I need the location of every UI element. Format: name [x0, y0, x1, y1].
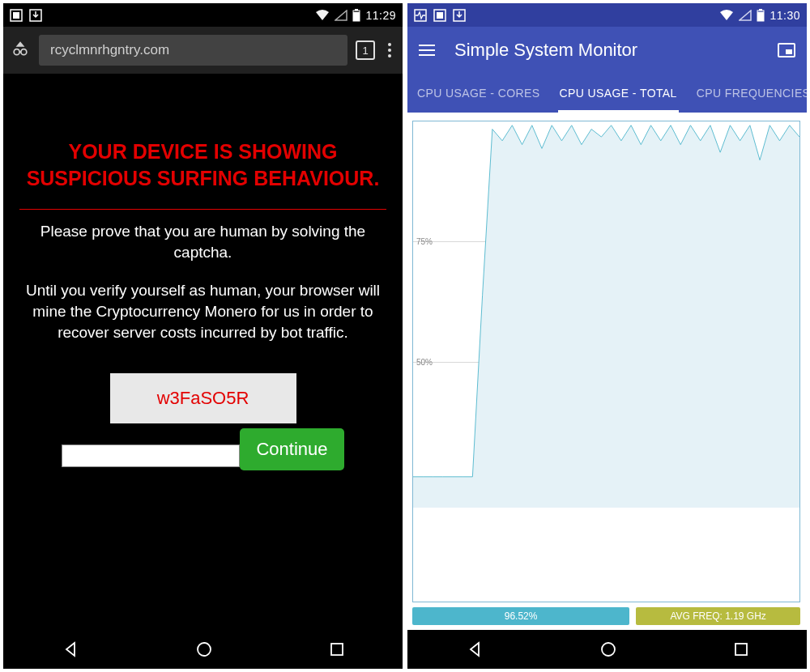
mining-notice: Until you verify yourself as human, your… [19, 280, 386, 342]
chart-container: 75% 50% 25% 96.52% AVG FREQ: 1.19 GHz [407, 113, 807, 630]
phone-right-monitor: 11:30 Simple System Monitor CPU USAGE - … [407, 3, 807, 669]
tabs-row: CPU USAGE - CORES CPU USAGE - TOTAL CPU … [407, 74, 807, 113]
clock: 11:29 [365, 9, 396, 22]
browser-toolbar: rcyclmnrhgntry.com 1 [3, 27, 403, 74]
captcha-image: w3FaSO5R [110, 373, 296, 423]
page-content: YOUR DEVICE IS SHOWING SUSPICIOUS SURFIN… [3, 74, 403, 630]
cpu-chart: 75% 50% 25% [412, 121, 800, 602]
captcha-prompt: Please prove that you are human by solvi… [19, 221, 386, 262]
svg-rect-9 [331, 644, 343, 655]
download-icon [453, 9, 466, 22]
status-bar: 11:29 [3, 3, 403, 27]
svg-rect-15 [759, 9, 762, 11]
wifi-icon [719, 10, 734, 21]
android-nav-bar [407, 630, 807, 669]
svg-rect-18 [735, 644, 747, 655]
svg-rect-1 [13, 12, 19, 19]
tab-cpu-total[interactable]: CPU USAGE - TOTAL [550, 74, 687, 113]
incognito-icon [10, 40, 31, 61]
nav-home-icon[interactable] [599, 640, 617, 658]
cpu-usage-value: 96.52% [412, 607, 629, 625]
status-icon-box [433, 9, 446, 22]
warning-heading: YOUR DEVICE IS SHOWING SUSPICIOUS SURFIN… [19, 138, 386, 191]
tab-cpu-freq[interactable]: CPU FREQUENCIES [687, 74, 807, 113]
svg-point-17 [602, 643, 615, 656]
url-text: rcyclmnrhgntry.com [50, 42, 169, 58]
pulse-icon [414, 9, 427, 22]
nav-back-icon[interactable] [466, 640, 484, 658]
avg-freq-value: AVG FREQ: 1.19 GHz [636, 607, 800, 625]
wifi-icon [315, 10, 330, 21]
cell-signal-icon [335, 10, 347, 21]
menu-icon[interactable] [419, 45, 435, 56]
nav-recents-icon[interactable] [733, 641, 749, 657]
svg-point-8 [198, 643, 211, 656]
status-icon-box [10, 9, 23, 22]
nav-home-icon[interactable] [195, 640, 213, 658]
chart-line [413, 121, 799, 508]
divider [19, 209, 386, 210]
svg-point-7 [21, 49, 27, 55]
cell-signal-icon [739, 10, 752, 21]
pip-icon[interactable] [778, 43, 795, 57]
tab-cpu-cores[interactable]: CPU USAGE - CORES [407, 74, 550, 113]
battery-icon [352, 9, 360, 22]
svg-rect-4 [355, 9, 358, 11]
status-bar: 11:30 [407, 3, 807, 27]
overflow-menu-icon[interactable] [383, 43, 396, 57]
clock: 11:30 [770, 9, 800, 22]
svg-rect-12 [437, 12, 443, 19]
app-header: Simple System Monitor CPU USAGE - CORES … [407, 27, 807, 113]
svg-point-6 [14, 49, 19, 55]
svg-rect-5 [353, 12, 360, 21]
continue-button[interactable]: Continue [240, 428, 343, 470]
nav-back-icon[interactable] [62, 640, 79, 658]
url-input[interactable]: rcyclmnrhgntry.com [39, 35, 347, 66]
captcha-input[interactable] [62, 444, 240, 467]
phone-left-browser: 11:29 rcyclmnrhgntry.com 1 YOUR DEVICE I… [3, 3, 403, 669]
battery-icon [757, 9, 765, 22]
app-title: Simple System Monitor [454, 40, 758, 61]
tabs-button[interactable]: 1 [356, 40, 375, 60]
android-nav-bar [3, 630, 403, 669]
download-icon [29, 9, 42, 22]
nav-recents-icon[interactable] [329, 641, 345, 657]
svg-rect-16 [757, 12, 764, 21]
